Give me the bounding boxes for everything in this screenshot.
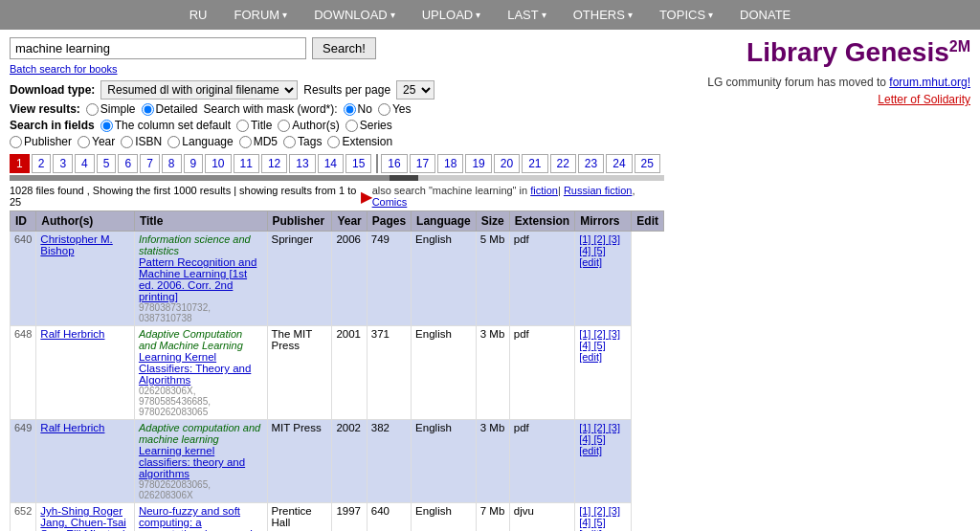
nav-item-others[interactable]: OTHERS▾	[560, 4, 646, 26]
page-button-22[interactable]: 22	[550, 154, 576, 173]
download-type-select[interactable]: Resumed dl with original filename	[100, 80, 298, 100]
mirror-link[interactable]: [2]	[593, 328, 608, 340]
col-header-size[interactable]: Size	[476, 211, 509, 232]
column-set-option[interactable]: The column set default	[100, 119, 231, 132]
mirror-link[interactable]: [5]	[593, 245, 605, 256]
page-button-21[interactable]: 21	[522, 154, 547, 173]
md5-option[interactable]: MD5	[239, 135, 278, 148]
page-button-9[interactable]: 9	[184, 154, 204, 173]
comics-link[interactable]: Comics	[372, 196, 408, 208]
scroll-bar[interactable]	[10, 175, 664, 181]
search-input[interactable]	[10, 37, 306, 59]
mirror-link[interactable]: [2]	[593, 422, 608, 433]
mirror-link[interactable]: [3]	[609, 328, 620, 340]
page-button-25[interactable]: 25	[635, 154, 660, 173]
col-header-pages[interactable]: Pages	[367, 211, 411, 232]
forum-link[interactable]: forum.mhut.org!	[889, 76, 970, 89]
col-header-publisher[interactable]: Publisher	[267, 211, 332, 232]
publisher-option[interactable]: Publisher	[10, 135, 72, 148]
page-button-19[interactable]: 19	[465, 154, 491, 173]
nav-item-forum[interactable]: FORUM▾	[221, 4, 301, 26]
nav-item-topics[interactable]: TOPICS▾	[646, 4, 726, 26]
no-mask-option[interactable]: No	[344, 102, 372, 116]
title-link[interactable]: Learning Kernel Classifiers: Theory and …	[139, 351, 263, 386]
page-button-20[interactable]: 20	[494, 154, 520, 173]
page-button-8[interactable]: 8	[162, 154, 182, 173]
mirror-link[interactable]: [5]	[593, 340, 605, 351]
col-header-extension[interactable]: Extension	[509, 211, 574, 232]
mirror-link[interactable]: [3]	[609, 422, 620, 433]
author-link[interactable]: Jyh-Shing Roger Jang, Chuen-Tsai Sun, Ei…	[40, 505, 126, 531]
detailed-option[interactable]: Detailed	[142, 102, 198, 116]
search-button[interactable]: Search!	[312, 37, 376, 59]
mirror-link[interactable]: [4]	[579, 433, 593, 445]
language-option[interactable]: Language	[167, 135, 233, 148]
nav-item-donate[interactable]: DONATE	[726, 4, 804, 26]
page-button-17[interactable]: 17	[410, 154, 435, 173]
page-button-15[interactable]: 15	[345, 154, 371, 173]
page-button-3[interactable]: 3	[53, 154, 73, 173]
nav-item-last[interactable]: LAST▾	[494, 4, 560, 26]
page-button-10[interactable]: 10	[205, 154, 231, 173]
scroll-thumb[interactable]	[390, 175, 418, 181]
solidarity-link[interactable]: Letter of Solidarity	[878, 93, 970, 106]
title-link[interactable]: Pattern Recognition and Machine Learning…	[139, 256, 263, 302]
mirror-link[interactable]: [edit]	[579, 445, 602, 456]
col-header-language[interactable]: Language	[412, 211, 477, 232]
col-header-title[interactable]: Title	[134, 211, 267, 232]
mirror-link[interactable]: [2]	[593, 505, 608, 517]
results-per-page-select[interactable]: 25	[396, 80, 434, 100]
mirror-link[interactable]: [5]	[593, 517, 605, 528]
page-button-5[interactable]: 5	[97, 154, 117, 173]
page-button-4[interactable]: 4	[75, 154, 95, 173]
simple-option[interactable]: Simple	[86, 102, 136, 116]
play-button[interactable]: ▶	[361, 188, 372, 206]
title-link[interactable]: Neuro-fuzzy and soft computing: a comput…	[139, 505, 263, 531]
mirror-link[interactable]: [2]	[593, 233, 608, 245]
mirror-link[interactable]: [4]	[579, 517, 593, 528]
nav-item-upload[interactable]: UPLOAD▾	[409, 4, 494, 26]
russian-fiction-link[interactable]: Russian fiction	[564, 185, 633, 196]
author-link[interactable]: Ralf Herbrich	[40, 422, 104, 433]
page-button-7[interactable]: 7	[140, 154, 160, 173]
page-button-13[interactable]: 13	[289, 154, 315, 173]
page-button-23[interactable]: 23	[578, 154, 604, 173]
col-header-edit[interactable]: Edit	[632, 211, 664, 232]
title-option[interactable]: Title	[236, 119, 272, 132]
year-option[interactable]: Year	[78, 135, 115, 148]
page-button-11[interactable]: 11	[234, 154, 259, 173]
author-link[interactable]: Christopher M. Bishop	[40, 233, 112, 256]
mirror-link[interactable]: [edit]	[579, 351, 602, 363]
author-link[interactable]: Ralf Herbrich	[40, 328, 104, 340]
yes-mask-option[interactable]: Yes	[378, 102, 412, 116]
col-header-authors[interactable]: Author(s)	[36, 211, 135, 232]
mirror-link[interactable]: [3]	[609, 505, 620, 517]
author-option[interactable]: Author(s)	[278, 119, 339, 132]
mirror-link[interactable]: [5]	[593, 433, 605, 445]
tags-option[interactable]: Tags	[283, 135, 322, 148]
col-header-mirrors[interactable]: Mirrors	[575, 211, 632, 232]
batch-search-link[interactable]: Batch search for books	[10, 63, 664, 75]
mirror-link[interactable]: [1]	[579, 422, 593, 433]
extension-option[interactable]: Extension	[327, 135, 392, 148]
nav-item-ru[interactable]: RU	[176, 4, 221, 26]
page-button-1[interactable]: 1	[10, 154, 30, 173]
mirror-link[interactable]: [1]	[579, 233, 593, 245]
mirror-link[interactable]: [1]	[579, 328, 593, 340]
isbn-option[interactable]: ISBN	[121, 135, 162, 148]
page-button-24[interactable]: 24	[606, 154, 632, 173]
page-button-6[interactable]: 6	[118, 154, 138, 173]
page-button-14[interactable]: 14	[318, 154, 344, 173]
col-header-year[interactable]: Year	[332, 211, 367, 232]
nav-item-download[interactable]: DOWNLOAD▾	[301, 4, 409, 26]
series-option[interactable]: Series	[345, 119, 392, 132]
mirror-link[interactable]: [1]	[579, 505, 593, 517]
mirror-link[interactable]: [3]	[609, 233, 620, 245]
page-button-16[interactable]: 16	[381, 154, 407, 173]
col-header-id[interactable]: ID	[11, 211, 36, 232]
mirror-link[interactable]: [4]	[579, 340, 593, 351]
page-button-18[interactable]: 18	[437, 154, 463, 173]
mirror-link[interactable]: [edit]	[579, 256, 602, 268]
page-button-2[interactable]: 2	[32, 154, 52, 173]
fiction-link[interactable]: fiction	[530, 185, 558, 196]
